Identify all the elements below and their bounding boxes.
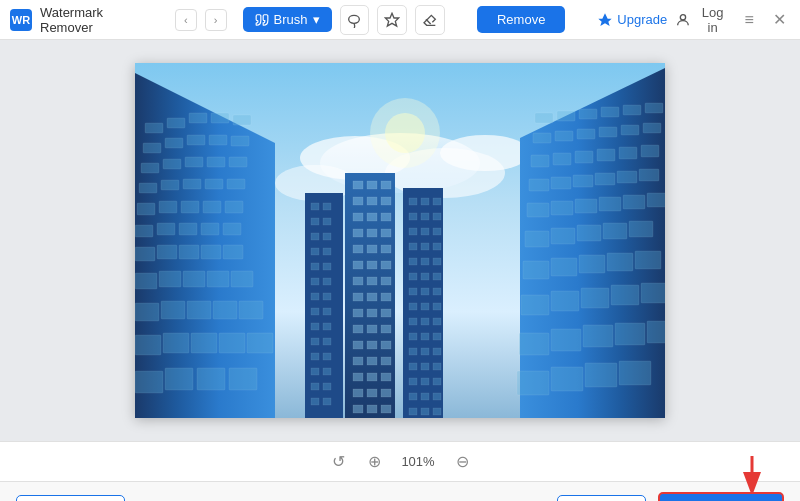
svg-rect-67 xyxy=(579,109,597,119)
svg-rect-97 xyxy=(577,225,601,241)
svg-rect-228 xyxy=(409,363,417,370)
download-wrapper: Download xyxy=(658,492,784,502)
svg-rect-190 xyxy=(311,383,319,390)
svg-rect-106 xyxy=(551,291,579,311)
upgrade-button[interactable]: Upgrade xyxy=(597,12,667,28)
svg-rect-104 xyxy=(635,251,661,269)
svg-rect-44 xyxy=(223,245,243,259)
svg-rect-26 xyxy=(161,180,179,190)
svg-point-2 xyxy=(680,14,685,19)
svg-rect-24 xyxy=(229,157,247,167)
svg-rect-160 xyxy=(367,389,377,397)
svg-rect-91 xyxy=(575,199,597,213)
building-image xyxy=(135,63,665,418)
reset-zoom-button[interactable]: ↺ xyxy=(326,450,350,474)
svg-rect-12 xyxy=(189,113,207,123)
svg-rect-237 xyxy=(409,408,417,415)
svg-rect-15 xyxy=(143,143,161,153)
svg-rect-172 xyxy=(311,248,319,255)
svg-rect-72 xyxy=(555,131,573,141)
lasso-tool-button[interactable] xyxy=(340,5,370,35)
svg-rect-32 xyxy=(181,201,199,213)
svg-rect-168 xyxy=(311,218,319,225)
svg-rect-153 xyxy=(353,357,363,365)
svg-rect-126 xyxy=(353,213,363,221)
download-button[interactable]: Download xyxy=(658,492,784,502)
svg-rect-63 xyxy=(229,368,257,390)
svg-rect-226 xyxy=(421,348,429,355)
svg-rect-117 xyxy=(585,363,617,387)
forward-button[interactable]: › xyxy=(205,9,227,31)
svg-rect-54 xyxy=(239,301,263,319)
ai-icon xyxy=(384,12,400,28)
svg-rect-29 xyxy=(227,179,245,189)
svg-rect-76 xyxy=(643,123,661,133)
svg-rect-148 xyxy=(367,325,377,333)
svg-rect-86 xyxy=(595,173,615,185)
svg-rect-93 xyxy=(623,195,645,209)
svg-rect-105 xyxy=(521,295,549,315)
svg-rect-123 xyxy=(353,197,363,205)
svg-rect-128 xyxy=(381,213,391,221)
lasso-icon xyxy=(346,12,362,28)
new-image-button[interactable]: New Image xyxy=(16,495,125,502)
eraser-tool-button[interactable] xyxy=(415,5,445,35)
ai-tool-button[interactable] xyxy=(377,5,407,35)
svg-rect-208 xyxy=(421,258,429,265)
svg-rect-142 xyxy=(367,293,377,301)
svg-rect-19 xyxy=(231,136,249,146)
svg-rect-96 xyxy=(551,228,575,244)
svg-rect-220 xyxy=(421,318,429,325)
svg-rect-37 xyxy=(179,223,197,235)
svg-rect-197 xyxy=(433,198,441,205)
user-icon xyxy=(675,12,691,28)
remove-button[interactable]: Remove xyxy=(477,6,565,33)
svg-rect-136 xyxy=(367,261,377,269)
svg-rect-45 xyxy=(135,273,157,289)
svg-marker-1 xyxy=(386,13,399,26)
svg-rect-176 xyxy=(311,278,319,285)
svg-rect-135 xyxy=(353,261,363,269)
svg-rect-227 xyxy=(433,348,441,355)
zoom-out-button[interactable]: ⊖ xyxy=(450,450,474,474)
svg-rect-213 xyxy=(409,288,417,295)
svg-rect-131 xyxy=(381,229,391,237)
svg-rect-14 xyxy=(233,115,251,125)
svg-rect-236 xyxy=(433,393,441,400)
svg-rect-95 xyxy=(525,231,549,247)
app-title: Watermark Remover xyxy=(40,5,159,35)
title-bar: WR Watermark Remover ‹ › Brush ▾ Remove xyxy=(0,0,800,40)
svg-rect-206 xyxy=(433,243,441,250)
svg-rect-78 xyxy=(553,153,571,165)
svg-rect-100 xyxy=(523,261,549,279)
main-canvas-area xyxy=(0,40,800,441)
crop-button[interactable]: Crop xyxy=(557,495,645,502)
svg-rect-154 xyxy=(367,357,377,365)
svg-rect-98 xyxy=(603,223,627,239)
zoom-in-button[interactable]: ⊕ xyxy=(362,450,386,474)
login-button[interactable]: Log in xyxy=(675,5,730,35)
svg-rect-18 xyxy=(209,135,227,145)
svg-rect-82 xyxy=(641,145,659,157)
svg-rect-101 xyxy=(551,258,577,276)
svg-rect-23 xyxy=(207,157,225,167)
svg-rect-174 xyxy=(311,263,319,270)
brush-tool-button[interactable]: Brush ▾ xyxy=(243,7,332,32)
svg-rect-212 xyxy=(433,273,441,280)
svg-rect-181 xyxy=(323,308,331,315)
svg-rect-53 xyxy=(213,301,237,319)
svg-rect-111 xyxy=(551,329,581,351)
svg-rect-202 xyxy=(421,228,429,235)
menu-button[interactable]: ≡ xyxy=(738,9,760,31)
svg-rect-94 xyxy=(647,193,665,207)
svg-rect-87 xyxy=(617,171,637,183)
svg-rect-138 xyxy=(353,277,363,285)
back-button[interactable]: ‹ xyxy=(175,9,197,31)
zoom-toolbar: ↺ ⊕ 101% ⊖ xyxy=(0,441,800,481)
close-button[interactable]: ✕ xyxy=(768,9,790,31)
svg-rect-229 xyxy=(421,363,429,370)
zoom-value: 101% xyxy=(398,454,438,469)
app-logo: WR xyxy=(10,9,32,31)
svg-rect-109 xyxy=(641,283,665,303)
svg-rect-83 xyxy=(529,179,549,191)
